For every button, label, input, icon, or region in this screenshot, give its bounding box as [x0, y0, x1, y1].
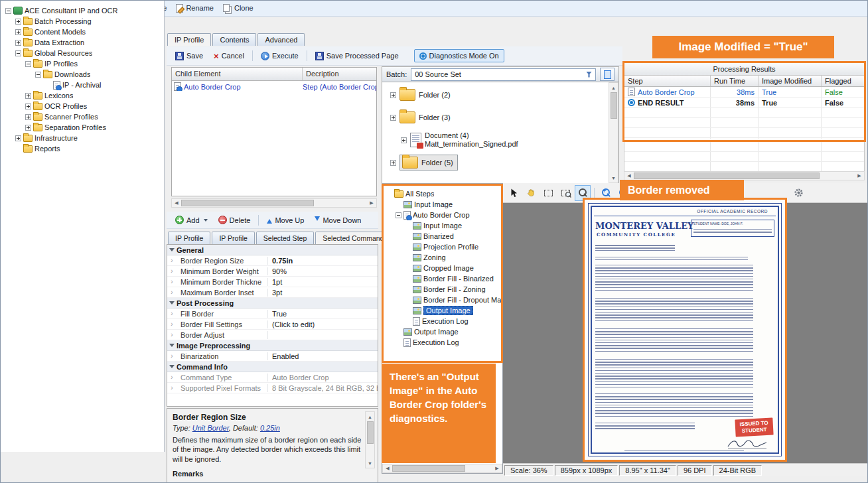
nav-item-batch-processing[interactable]: Batch Processing	[3, 16, 164, 27]
save-button[interactable]: Save	[171, 50, 208, 62]
expand-icon[interactable]	[15, 135, 21, 141]
batch-vscrollbar[interactable]: ▲ ▼	[609, 82, 618, 183]
nav-item-data-extraction[interactable]: Data Extraction	[3, 37, 164, 48]
batch-item-folder-2[interactable]: Folder (2)	[382, 84, 618, 106]
column-header-run-time[interactable]: Run Time	[711, 76, 759, 86]
prop-category-post-processing[interactable]: Post Processing	[167, 298, 378, 309]
expand-icon[interactable]	[25, 125, 31, 131]
nav-item-scanner-profiles[interactable]: Scanner Profiles	[3, 111, 164, 122]
scroll-right-icon[interactable]: ▶	[492, 464, 502, 472]
step-item-border-fill-zoning[interactable]: Border Fill - Zoning	[384, 284, 502, 295]
tab-ip-profile[interactable]: IP Profile	[167, 33, 211, 46]
scroll-down-icon[interactable]: ▼	[609, 173, 618, 182]
step-item-execution-log-final[interactable]: Execution Log	[384, 337, 502, 348]
step-item-abc-input-image[interactable]: Input Image	[384, 220, 502, 231]
column-header-step[interactable]: Step	[624, 76, 711, 86]
step-item-border-fill-dropout[interactable]: Border Fill - Dropout Ma	[384, 295, 502, 305]
step-item-output-image[interactable]: Output Image	[384, 305, 502, 316]
batch-item-folder-5[interactable]: Folder (5)	[382, 151, 618, 174]
viewer-settings-button[interactable]	[790, 185, 806, 201]
prop-row-border-fill-settings[interactable]: Border Fill Settings(Click to edit)	[167, 319, 378, 330]
child-grid-row[interactable]: Auto Border Crop Step (Auto Border Crop	[172, 81, 376, 92]
prop-value[interactable]: 3pt	[268, 289, 378, 297]
steps-hscrollbar[interactable]: ◀ ▶	[382, 464, 502, 473]
cancel-button[interactable]: ×Cancel	[209, 50, 249, 62]
tab-selected-command[interactable]: Selected Command	[315, 232, 391, 244]
results-row-end-result[interactable]: END RESULT 38ms True False	[624, 98, 864, 108]
scroll-left-icon[interactable]: ◀	[172, 199, 181, 207]
scroll-right-icon[interactable]: ▶	[855, 172, 864, 180]
nav-item-ocr-profiles[interactable]: OCR Profiles	[3, 101, 164, 111]
batch-view-button[interactable]	[600, 68, 615, 81]
diagnostics-mode-toggle[interactable]: Diagnostics Mode On	[414, 49, 504, 62]
scroll-thumb[interactable]	[367, 421, 374, 444]
prop-category-command-info[interactable]: Command Info	[167, 362, 378, 372]
tab-ip-profile-2[interactable]: IP Profile	[212, 232, 254, 244]
tab-advanced[interactable]: Advanced	[257, 33, 305, 46]
expand-icon[interactable]	[401, 137, 407, 143]
prop-row-maximum-border-inset[interactable]: Maximum Border Inset3pt	[167, 287, 378, 298]
nav-item-infrastructure[interactable]: Infrastructure	[3, 133, 164, 143]
save-processed-page-button[interactable]: Save Processed Page	[311, 50, 403, 62]
expand-icon[interactable]	[25, 93, 31, 99]
child-grid-hscrollbar[interactable]: ◀ ▶	[171, 198, 377, 208]
scroll-left-icon[interactable]: ◀	[383, 464, 392, 472]
scroll-right-icon[interactable]: ▶	[367, 199, 376, 207]
step-item-input-image-top[interactable]: Input Image	[384, 199, 502, 210]
prop-row-border-adjust[interactable]: Border Adjust	[167, 330, 378, 340]
expand-icon[interactable]	[390, 115, 396, 121]
move-up-button[interactable]: Move Up	[262, 214, 309, 226]
pointer-tool-button[interactable]	[506, 185, 522, 201]
scroll-thumb[interactable]	[392, 465, 465, 472]
column-header-child-element[interactable]: Child Element	[172, 68, 303, 80]
step-item-projection-profile[interactable]: Projection Profile	[384, 242, 502, 252]
results-hscrollbar[interactable]: ◀ ▶	[624, 171, 865, 180]
prop-row-supported-pixel-formats[interactable]: Supported Pixel Formats8 Bit Grayscale, …	[167, 383, 378, 393]
prop-row-minimum-border-thickness[interactable]: Minimum Border Thickne1pt	[167, 277, 378, 287]
results-row-auto-border-crop[interactable]: Auto Border Crop 38ms True False	[624, 87, 864, 98]
scroll-thumb[interactable]	[634, 172, 820, 179]
step-item-zoning[interactable]: Zoning	[384, 252, 502, 263]
pan-hand-tool-button[interactable]	[523, 185, 539, 201]
tab-ip-profile-1[interactable]: IP Profile	[168, 232, 210, 244]
column-header-image-modified[interactable]: Image Modified	[759, 76, 822, 86]
prop-row-binarization[interactable]: BinarizationEnabled	[167, 351, 378, 362]
nav-item-separation-profiles[interactable]: Separation Profiles	[3, 122, 164, 133]
tab-contents[interactable]: Contents	[212, 33, 256, 46]
clone-button[interactable]: Clone	[219, 2, 257, 14]
step-item-binarized[interactable]: Binarized	[384, 231, 502, 242]
nav-item-ace-root[interactable]: ACE Consultant IP and OCR	[3, 5, 164, 16]
marquee-select-tool-button[interactable]	[540, 185, 556, 201]
step-item-execution-log[interactable]: Execution Log	[384, 316, 502, 326]
child-name-link[interactable]: Auto Border Crop	[184, 83, 241, 91]
zoom-region-tool-button[interactable]	[557, 185, 573, 201]
prop-category-image-preprocessing[interactable]: Image Preprocessing	[167, 340, 378, 351]
scroll-up-icon[interactable]: ▲	[366, 412, 374, 421]
prop-row-border-region-size[interactable]: Border Region Size0.75in	[167, 255, 378, 266]
unit-border-link[interactable]: Unit Border	[192, 424, 229, 432]
prop-row-minimum-border-weight[interactable]: Minimum Border Weight90%	[167, 266, 378, 277]
move-down-button[interactable]: Move Down	[310, 214, 366, 226]
batch-item-folder-3[interactable]: Folder (3)	[382, 106, 618, 129]
expand-icon[interactable]	[390, 92, 396, 98]
expand-icon[interactable]	[390, 160, 396, 166]
nav-item-lexicons[interactable]: Lexicons	[3, 90, 164, 101]
scroll-down-icon[interactable]: ▼	[366, 458, 374, 468]
expand-icon[interactable]	[25, 104, 31, 109]
prop-value[interactable]: 0.75in	[268, 257, 378, 265]
collapse-icon[interactable]	[15, 50, 21, 56]
step-item-cropped-image[interactable]: Cropped Image	[384, 263, 502, 273]
tab-selected-step[interactable]: Selected Step	[256, 232, 314, 244]
rename-button[interactable]: Rename	[172, 2, 218, 15]
batch-item-document-4[interactable]: Document (4)Matt_termination_Signed.pdf	[382, 129, 618, 151]
prop-row-command-type[interactable]: Command TypeAuto Border Crop	[167, 372, 378, 383]
delete-step-button[interactable]: Delete	[214, 214, 255, 226]
default-value-link[interactable]: 0.25in	[260, 424, 280, 432]
prop-value[interactable]: Enabled	[268, 352, 378, 360]
scroll-thumb[interactable]	[611, 92, 617, 119]
help-vscrollbar[interactable]: ▲ ▼	[365, 411, 375, 468]
scroll-left-icon[interactable]: ◀	[624, 172, 634, 180]
batch-dropdown[interactable]: 00 Source Set	[411, 68, 596, 81]
nav-item-content-models[interactable]: Content Models	[3, 27, 164, 37]
nav-item-reports[interactable]: Reports	[3, 143, 164, 154]
